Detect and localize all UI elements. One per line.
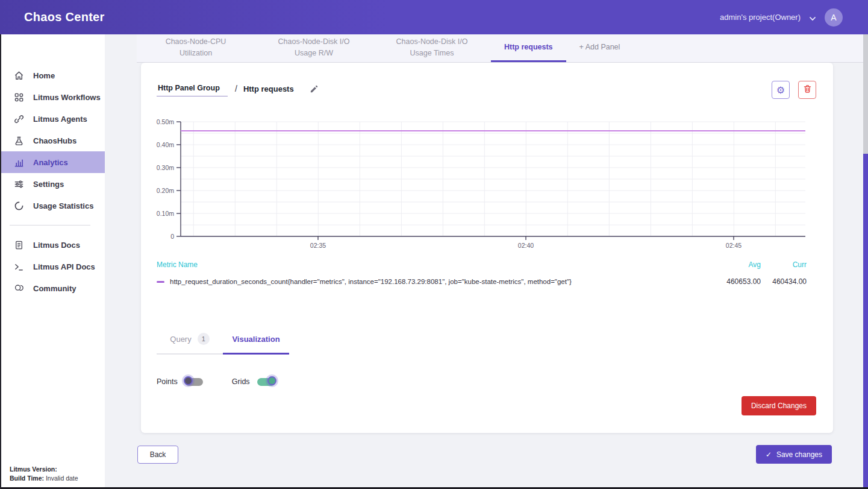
back-button[interactable]: Back xyxy=(137,446,178,464)
legend-avg-value: 460653.00 xyxy=(719,277,761,286)
chaoshubs-icon xyxy=(14,136,24,146)
save-changes-button[interactable]: ✓ Save changes xyxy=(756,445,832,464)
legend-item: http_request_duration_seconds_count{hand… xyxy=(157,277,807,286)
query-count-badge: 1 xyxy=(198,333,210,345)
add-panel-button[interactable]: + Add Panel xyxy=(566,34,634,62)
sidebar-item-usage-statistics[interactable]: Usage Statistics xyxy=(0,195,105,216)
svg-text:0.50m: 0.50m xyxy=(157,119,174,125)
svg-text:02:35: 02:35 xyxy=(310,242,326,249)
sidebar-item-label: Litmus Agents xyxy=(33,115,87,124)
build-time-label: Build Time: xyxy=(10,475,44,482)
project-selector-label[interactable]: admin's project(Owner) xyxy=(720,13,801,22)
chevron-down-icon[interactable] xyxy=(809,14,816,21)
legend-metric-name: http_request_duration_seconds_count{hand… xyxy=(170,278,572,285)
chart-canvas: 00.10m0.20m0.30m0.40m0.50m02:3502:4002:4… xyxy=(141,119,816,257)
chart-legend: Metric Name Avg Curr http_request_durati… xyxy=(141,257,833,286)
settings-icon xyxy=(14,179,24,189)
edit-pencil-icon[interactable] xyxy=(310,84,319,93)
sidebar-divider xyxy=(10,225,90,226)
legend-curr-header: Curr xyxy=(761,260,807,269)
build-time-value: Invalid date xyxy=(46,475,78,482)
tab-visualization[interactable]: Visualization xyxy=(223,333,289,355)
sidebar-item-litmus-workflows[interactable]: Litmus Workflows xyxy=(0,86,105,108)
legend-curr-value: 460434.00 xyxy=(761,277,807,286)
panel-tabstrip: Chaos-Node-CPU Utilization Chaos-Node-Di… xyxy=(137,34,863,63)
discard-changes-button[interactable]: Discard Changes xyxy=(742,396,816,415)
panel-editor-card: / Http requests ⚙ 00.10m0.20m0.30m0.40m0… xyxy=(141,63,833,433)
panel-settings-button[interactable]: ⚙ xyxy=(772,81,790,99)
svg-text:02:40: 02:40 xyxy=(518,242,534,249)
sidebar-item-label: Usage Statistics xyxy=(33,201,93,210)
visualization-options: Points Grids xyxy=(157,377,833,386)
gear-icon: ⚙ xyxy=(776,84,785,96)
sidebar-item-home[interactable]: Home xyxy=(0,65,105,86)
sidebar-item-litmus-docs[interactable]: Litmus Docs xyxy=(0,234,105,256)
sidebar-item-settings[interactable]: Settings xyxy=(0,173,105,195)
sidebar-item-label: Home xyxy=(33,71,55,80)
window-left-edge xyxy=(0,34,1,489)
sidebar-item-litmus-api-docs[interactable]: Litmus API Docs xyxy=(0,256,105,277)
tab-query[interactable]: Query 1 xyxy=(157,333,223,355)
svg-text:0.30m: 0.30m xyxy=(157,164,174,171)
sidebar: Home Litmus Workflows Litmus Agents Chao… xyxy=(0,34,105,489)
trash-icon xyxy=(803,84,812,96)
grids-toggle-label: Grids xyxy=(232,377,250,386)
workflows-icon xyxy=(14,92,24,103)
grids-toggle[interactable] xyxy=(257,378,275,386)
points-toggle[interactable] xyxy=(185,378,203,386)
panel-name: Http requests xyxy=(243,84,294,93)
toggle-thumb xyxy=(267,376,276,385)
api-docs-icon xyxy=(14,262,24,272)
breadcrumb-separator: / xyxy=(235,84,237,93)
toggle-thumb xyxy=(184,376,193,385)
panel-header: / Http requests ⚙ xyxy=(141,63,833,99)
app-title: Chaos Center xyxy=(24,10,105,24)
avatar[interactable]: A xyxy=(825,8,843,27)
svg-text:0: 0 xyxy=(170,233,174,240)
series-color-dash-icon xyxy=(157,281,164,283)
visualization-tab-label: Visualization xyxy=(232,335,279,344)
svg-text:0.40m: 0.40m xyxy=(157,141,174,148)
sidebar-item-label: Community xyxy=(33,284,76,293)
metric-chart: 00.10m0.20m0.30m0.40m0.50m02:3502:4002:4… xyxy=(141,119,833,257)
usage-statistics-icon xyxy=(14,201,24,211)
query-tab-label: Query xyxy=(170,335,191,344)
save-changes-label: Save changes xyxy=(776,450,822,459)
tab-chaos-node-cpu-utilization[interactable]: Chaos-Node-CPU Utilization xyxy=(137,34,255,62)
svg-text:0.10m: 0.10m xyxy=(157,210,174,217)
tab-chaos-node-disk-io-usage-times[interactable]: Chaos-Node-Disk I/O Usage Times xyxy=(373,34,491,62)
vertical-scrollbar[interactable] xyxy=(863,34,868,489)
editor-subtabs: Query 1 Visualization xyxy=(157,333,833,355)
sidebar-item-label: Litmus API Docs xyxy=(33,262,95,271)
sidebar-item-chaoshubs[interactable]: ChaosHubs xyxy=(0,130,105,151)
legend-avg-header: Avg xyxy=(719,260,761,269)
community-icon xyxy=(14,283,24,294)
scrollbar-thumb[interactable] xyxy=(863,154,868,489)
sidebar-item-label: Litmus Docs xyxy=(33,241,80,250)
sidebar-item-label: Settings xyxy=(33,180,64,189)
analytics-icon xyxy=(14,157,24,168)
legend-title: Metric Name xyxy=(157,260,198,269)
points-toggle-label: Points xyxy=(157,377,178,386)
sidebar-item-analytics[interactable]: Analytics xyxy=(0,151,105,173)
home-icon xyxy=(14,71,24,81)
sidebar-item-label: Litmus Workflows xyxy=(33,93,101,102)
sidebar-item-litmus-agents[interactable]: Litmus Agents xyxy=(0,108,105,130)
svg-text:02:45: 02:45 xyxy=(726,242,742,249)
version-info: Litmus Version: Build Time: Invalid date xyxy=(10,465,78,483)
sidebar-item-community[interactable]: Community xyxy=(0,277,105,299)
litmus-version-label: Litmus Version: xyxy=(10,465,57,473)
check-icon: ✓ xyxy=(766,450,772,459)
sidebar-item-label: ChaosHubs xyxy=(33,136,76,145)
tab-http-requests[interactable]: Http requests xyxy=(491,34,566,62)
app-header: Chaos Center admin's project(Owner) A xyxy=(0,0,868,34)
delete-panel-button[interactable] xyxy=(798,81,816,99)
panel-group-name-input[interactable] xyxy=(157,84,228,96)
sidebar-item-label: Analytics xyxy=(33,158,68,167)
svg-text:0.20m: 0.20m xyxy=(157,187,174,194)
docs-icon xyxy=(14,240,24,250)
agents-icon xyxy=(14,114,24,124)
tab-chaos-node-disk-io-usage-rw[interactable]: Chaos-Node-Disk I/O Usage R/W xyxy=(255,34,373,62)
